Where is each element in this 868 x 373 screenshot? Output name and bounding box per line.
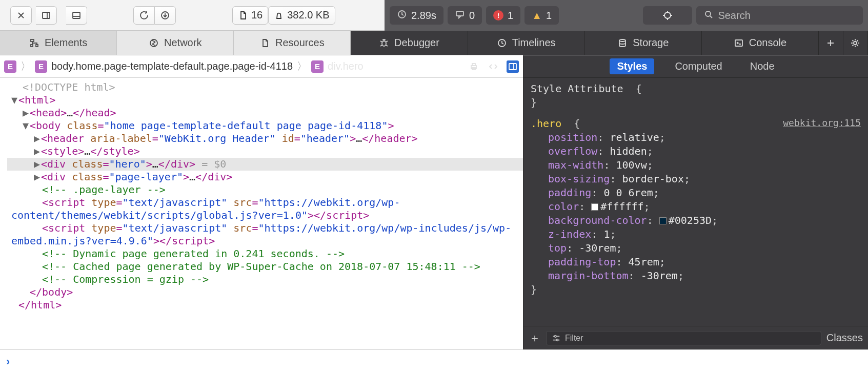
tab-resources[interactable]: Resources — [234, 31, 351, 55]
color-swatch — [659, 217, 667, 224]
close-button[interactable] — [10, 6, 32, 25]
svg-rect-9 — [31, 39, 34, 42]
svg-point-17 — [854, 42, 857, 45]
console-strip[interactable]: › — [0, 349, 868, 373]
breadcrumb-chip-body[interactable]: E — [35, 60, 47, 73]
panel-tabs: Elements Network Resources Debugger Time… — [0, 31, 868, 55]
breadcrumb-chip-root[interactable]: E — [4, 60, 16, 73]
svg-point-24 — [556, 339, 558, 341]
css-declaration[interactable]: margin-bottom: -30rem; — [531, 269, 861, 283]
tab-timelines[interactable]: Timelines — [468, 31, 585, 55]
prop-name: padding — [548, 186, 591, 199]
breadcrumb-chip-hero[interactable]: E — [311, 60, 324, 73]
css-declaration[interactable]: max-width: 100vw; — [531, 158, 861, 172]
css-declaration[interactable]: overflow: hidden; — [531, 144, 861, 158]
dock-bottom-button[interactable] — [66, 6, 87, 25]
dom-row[interactable]: ▶<header aria-label="WebKit.org Header" … — [7, 132, 523, 145]
dom-row[interactable]: </body> — [7, 286, 523, 299]
storage-icon — [617, 38, 628, 48]
prop-value: #00253D — [669, 214, 712, 226]
dom-row[interactable]: <script type="text/javascript" src="http… — [7, 196, 523, 222]
add-rule-button[interactable]: ＋ — [529, 330, 541, 346]
css-declaration[interactable]: box-sizing: border-box; — [531, 172, 861, 186]
reload-button[interactable] — [133, 6, 155, 25]
console-icon — [734, 38, 744, 48]
errors-count[interactable]: ! 1 — [486, 6, 520, 25]
doctype: <!DOCTYPE html> — [23, 81, 115, 93]
style-tab-node[interactable]: Node — [743, 58, 782, 74]
pagelayer-class: page-layer — [115, 171, 177, 183]
filter-icon — [552, 334, 561, 343]
toggle-right-sidebar-icon[interactable] — [507, 60, 519, 73]
classes-toggle[interactable]: Classes — [826, 332, 863, 344]
tab-label: Resources — [275, 37, 325, 49]
dom-row[interactable]: ▶<head>…</head> — [7, 107, 523, 119]
dom-row[interactable]: <!-- Dynamic page generated in 0.241 sec… — [7, 247, 523, 260]
styles-panel: Styles Computed Node Style Attribute { }… — [523, 55, 868, 349]
dom-row-selected[interactable]: ▶<div class="hero">…</div> = $0 — [7, 158, 523, 171]
rule-origin[interactable]: webkit.org:115 — [783, 117, 861, 129]
tab-elements[interactable]: Elements — [0, 31, 117, 55]
tab-debugger[interactable]: Debugger — [351, 31, 468, 55]
dom-row[interactable]: <!-- .page-layer --> — [7, 183, 523, 196]
svg-rect-19 — [472, 64, 475, 66]
style-rules[interactable]: Style Attribute { } .hero { webkit.org:1… — [523, 78, 868, 326]
tab-label: Storage — [633, 37, 669, 49]
css-declaration[interactable]: color: #ffffff; — [531, 200, 861, 214]
crosshair-icon — [662, 10, 673, 20]
svg-rect-10 — [31, 45, 33, 47]
breadcrumb-sep: 〉 — [297, 59, 307, 73]
style-tab-computed[interactable]: Computed — [668, 58, 729, 74]
dom-row[interactable]: ▼<html> — [7, 94, 523, 107]
selected-var: = $0 — [201, 158, 226, 170]
debugger-icon — [379, 38, 389, 48]
document-count[interactable]: 16 — [232, 6, 268, 25]
issues-count[interactable]: 0 — [448, 6, 482, 25]
dom-row[interactable]: <!-- Compression = gzip --> — [7, 273, 523, 286]
comment-dynamic: <!-- Dynamic page generated in 0.241 sec… — [42, 247, 345, 260]
dom-row[interactable]: <!-- Cached page generated by WP-Super-C… — [7, 260, 523, 273]
settings-button[interactable] — [843, 31, 868, 55]
style-attribute-label: Style Attribute — [531, 82, 623, 95]
body-class: home page-template-default page page-id-… — [110, 119, 382, 132]
style-tab-styles[interactable]: Styles — [610, 58, 654, 74]
element-picker-button[interactable] — [643, 6, 692, 25]
elements-icon — [29, 38, 39, 48]
css-declaration[interactable]: top: -30rem; — [531, 241, 861, 255]
dom-row[interactable]: <script type="text/javascript" src="http… — [7, 222, 523, 247]
css-declaration[interactable]: background-color: #00253D; — [531, 214, 861, 227]
breadcrumb-hero[interactable]: div.hero — [328, 60, 364, 72]
transfer-size[interactable]: 382.0 KB — [268, 6, 335, 25]
dom-row[interactable]: <!DOCTYPE html> — [7, 81, 523, 94]
style-panel-tabs: Styles Computed Node — [523, 55, 868, 78]
search-field[interactable]: Search — [696, 6, 863, 25]
dom-row[interactable]: ▶<div class="page-layer">…</div> — [7, 171, 523, 183]
css-declaration[interactable]: position: relative; — [531, 131, 861, 144]
code-icon[interactable] — [487, 60, 499, 73]
print-icon[interactable] — [468, 60, 480, 73]
dock-side-button[interactable] — [36, 6, 57, 25]
warnings-count[interactable]: ▲ 1 — [524, 6, 559, 25]
tab-console[interactable]: Console — [702, 31, 819, 55]
dom-row[interactable]: ▼<body class="home page-template-default… — [7, 119, 523, 132]
hero-class: hero — [115, 158, 140, 170]
style-filter-input[interactable]: Filter — [546, 331, 821, 345]
breadcrumb-body[interactable]: body.home.page-template-default.page.pag… — [51, 60, 293, 72]
dom-tree[interactable]: <!DOCTYPE html> ▼<html> ▶<head>…</head> … — [0, 78, 523, 349]
download-button[interactable] — [155, 6, 176, 25]
dom-row[interactable]: ▶<style>…</style> — [7, 145, 523, 158]
css-declaration[interactable]: z-index: 1; — [531, 227, 861, 241]
tab-network[interactable]: Network — [117, 31, 234, 55]
new-tab-button[interactable] — [819, 31, 843, 55]
search-icon — [703, 9, 714, 22]
css-declaration[interactable]: padding-top: 45rem; — [531, 255, 861, 269]
tab-storage[interactable]: Storage — [585, 31, 702, 55]
prop-name: top — [548, 242, 567, 254]
load-time[interactable]: 2.89s — [390, 6, 443, 25]
dom-row[interactable]: </html> — [7, 299, 523, 312]
tab-label: Console — [749, 37, 786, 49]
header-id: header — [307, 132, 344, 144]
toolbar-light-section: 16 382.0 KB — [0, 0, 385, 31]
css-declaration[interactable]: padding: 0 0 6rem; — [531, 186, 861, 200]
svg-point-7 — [664, 12, 671, 18]
